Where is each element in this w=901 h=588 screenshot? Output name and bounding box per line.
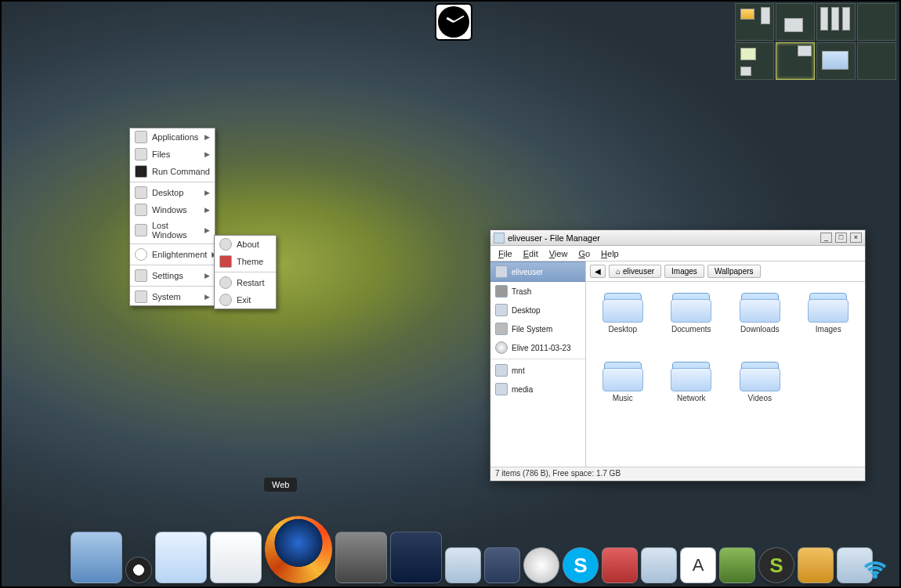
menu-windows[interactable]: Windows▶ — [130, 201, 215, 218]
menu-view[interactable]: View — [549, 249, 568, 258]
folder-music[interactable]: Music — [589, 357, 657, 424]
sidebar-item-eliveuser[interactable]: eliveuser — [490, 262, 585, 282]
dock-search-app[interactable] — [445, 547, 481, 583]
menu-label: System — [152, 292, 200, 301]
breadcrumb-home[interactable]: ⌂eliveuser — [609, 265, 661, 278]
dock-s-app[interactable]: S — [758, 547, 794, 583]
dock-camera-app[interactable] — [335, 532, 387, 583]
dock-video-app[interactable] — [484, 547, 520, 583]
sidebar-item-trash[interactable]: Trash — [490, 282, 585, 301]
dock-photo-app[interactable] — [390, 532, 442, 583]
dock-music-app[interactable] — [523, 547, 559, 583]
dock-tree-app[interactable] — [719, 547, 755, 583]
files-icon — [135, 148, 147, 161]
dock-firefox[interactable] — [265, 516, 332, 583]
sidebar-item-mnt[interactable]: mnt — [490, 361, 585, 380]
menu-label: Desktop — [152, 188, 200, 197]
clock-widget[interactable] — [435, 3, 472, 41]
submenu-restart[interactable]: Restart — [215, 274, 276, 291]
workspace-4[interactable] — [857, 3, 896, 41]
breadcrumb-images[interactable]: Images — [664, 265, 704, 278]
menu-system[interactable]: System▶ — [130, 288, 215, 305]
menu-lost-windows[interactable]: Lost Windows▶ — [130, 218, 215, 242]
folder-documents[interactable]: Documents — [658, 288, 726, 355]
menu-label: Lost Windows — [152, 221, 200, 240]
sidebar: eliveuser Trash Desktop File System Eliv… — [490, 262, 586, 467]
submenu-exit[interactable]: Exit — [215, 291, 276, 308]
close-button[interactable]: × — [850, 233, 862, 243]
dock-download-app[interactable] — [602, 547, 638, 583]
breadcrumb-label: eliveuser — [623, 267, 654, 276]
terminal-icon — [135, 165, 147, 178]
menu-desktop[interactable]: Desktop▶ — [130, 184, 215, 201]
window-title: eliveuser - File Manager — [508, 233, 600, 243]
workspace-6[interactable] — [776, 42, 815, 80]
menu-label: Exit — [237, 295, 271, 305]
dock-skype[interactable]: S — [563, 547, 599, 583]
submenu-about[interactable]: About — [215, 236, 276, 253]
sidebar-item-desktop[interactable]: Desktop — [490, 301, 585, 319]
menu-help[interactable]: Help — [601, 249, 619, 258]
dock-text-app[interactable]: A — [680, 547, 716, 583]
restart-icon — [219, 276, 232, 289]
window-titlebar[interactable]: eliveuser - File Manager _ □ × — [490, 230, 865, 246]
maximize-button[interactable]: □ — [835, 233, 847, 243]
breadcrumb-wallpapers[interactable]: Wallpapers — [707, 265, 761, 278]
menu-edit[interactable]: Edit — [523, 249, 538, 258]
workspace-7[interactable] — [816, 42, 856, 80]
menu-label: Files — [152, 150, 200, 159]
wifi-icon[interactable] — [859, 554, 892, 579]
icon-label: Desktop — [608, 325, 637, 334]
submenu-theme[interactable]: Theme — [215, 253, 276, 270]
menu-label: Windows — [152, 205, 200, 215]
sidebar-label: media — [512, 385, 533, 394]
folder-network[interactable]: Network — [658, 357, 726, 424]
chevron-right-icon: ▶ — [204, 189, 210, 197]
chevron-right-icon: ▶ — [204, 150, 210, 158]
menu-enlightenment[interactable]: Enlightenment▶ — [130, 246, 215, 263]
workspace-1[interactable] — [735, 3, 774, 41]
workspace-2[interactable] — [776, 3, 815, 41]
folder-downloads[interactable]: Downloads — [726, 288, 794, 355]
sidebar-label: Desktop — [512, 306, 541, 315]
folder-desktop[interactable]: Desktop — [589, 288, 657, 355]
menu-file[interactable]: File — [498, 249, 512, 258]
folder-icon — [495, 383, 508, 395]
sidebar-item-filesystem[interactable]: File System — [490, 319, 585, 338]
folder-icon — [495, 364, 508, 377]
sidebar-label: File System — [512, 325, 552, 334]
menu-files[interactable]: Files▶ — [130, 146, 215, 163]
menu-applications[interactable]: Applications▶ — [130, 128, 215, 146]
workspace-8[interactable] — [857, 42, 896, 80]
menu-label: Theme — [237, 257, 271, 266]
dock-folder-home[interactable] — [155, 532, 207, 583]
menu-go[interactable]: Go — [578, 249, 590, 258]
dock-notes-app[interactable] — [210, 532, 262, 583]
folder-icon — [671, 357, 711, 391]
system-icon — [135, 290, 147, 303]
dock-package-app[interactable] — [798, 547, 834, 583]
breadcrumb-back[interactable]: ◀ — [590, 265, 606, 278]
icon-grid: Desktop Documents Downloads Images Music… — [586, 282, 865, 467]
menu-run-command[interactable]: Run Command — [130, 163, 215, 180]
icon-label: Videos — [748, 394, 772, 402]
trash-icon — [495, 285, 508, 298]
workspace-5[interactable] — [735, 42, 774, 80]
folder-videos[interactable]: Videos — [726, 357, 794, 424]
dock-gallery-app[interactable] — [641, 547, 677, 583]
dock-monitor-app[interactable] — [71, 532, 122, 583]
sidebar-item-media[interactable]: media — [490, 380, 585, 399]
minimize-button[interactable]: _ — [820, 233, 832, 243]
menu-separator — [215, 272, 276, 272]
sidebar-item-disc[interactable]: Elive 2011-03-23 — [490, 338, 585, 357]
menu-label: About — [237, 240, 271, 249]
menu-settings[interactable]: Settings▶ — [130, 267, 215, 284]
sidebar-label: Elive 2011-03-23 — [512, 344, 571, 352]
dock-penguin-app[interactable] — [125, 557, 152, 583]
folder-images[interactable]: Images — [795, 288, 863, 355]
workspace-3[interactable] — [816, 3, 856, 41]
folder-icon — [740, 288, 780, 323]
menu-separator — [130, 286, 215, 287]
menu-label: Restart — [237, 278, 271, 287]
folder-icon — [740, 357, 780, 391]
